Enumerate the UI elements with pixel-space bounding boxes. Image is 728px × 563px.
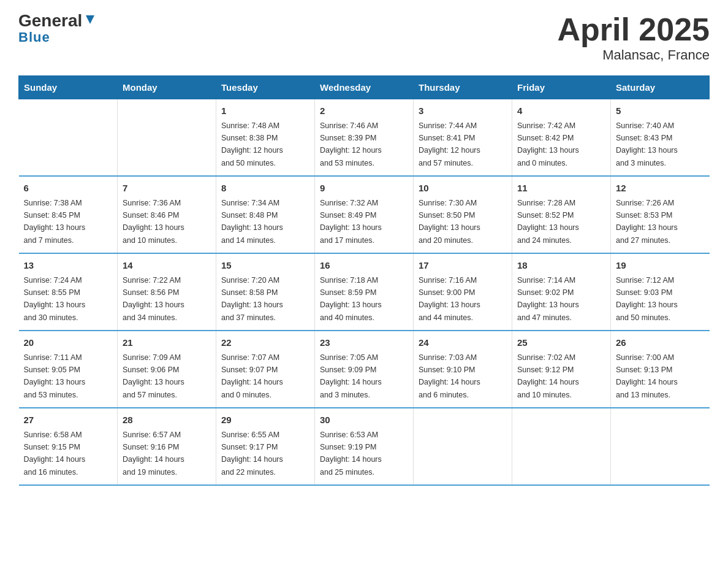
- table-row: [414, 408, 512, 485]
- table-row: 18 Sunrise: 7:14 AMSunset: 9:02 PMDaylig…: [512, 253, 611, 331]
- calendar-header-row: Sunday Monday Tuesday Wednesday Thursday…: [19, 76, 710, 99]
- day-number: 12: [616, 182, 705, 196]
- day-info: Sunrise: 7:40 AMSunset: 8:43 PMDaylight:…: [616, 121, 678, 167]
- day-info: Sunrise: 7:20 AMSunset: 8:58 PMDaylight:…: [221, 276, 283, 322]
- day-info: Sunrise: 7:22 AMSunset: 8:56 PMDaylight:…: [123, 276, 184, 322]
- day-number: 3: [419, 104, 507, 118]
- table-row: 13 Sunrise: 7:24 AMSunset: 8:55 PMDaylig…: [19, 253, 118, 331]
- table-row: 9 Sunrise: 7:32 AMSunset: 8:49 PMDayligh…: [315, 176, 414, 253]
- table-row: 23 Sunrise: 7:05 AMSunset: 9:09 PMDaylig…: [315, 331, 414, 408]
- day-number: 18: [517, 259, 605, 273]
- header-monday: Monday: [118, 76, 216, 99]
- day-number: 9: [320, 182, 408, 196]
- day-number: 14: [123, 259, 211, 273]
- day-info: Sunrise: 7:00 AMSunset: 9:13 PMDaylight:…: [616, 353, 678, 399]
- day-info: Sunrise: 7:34 AMSunset: 8:48 PMDaylight:…: [221, 199, 283, 245]
- day-info: Sunrise: 7:36 AMSunset: 8:46 PMDaylight:…: [123, 199, 184, 245]
- calendar-subtitle: Malansac, France: [557, 47, 710, 63]
- table-row: 5 Sunrise: 7:40 AMSunset: 8:43 PMDayligh…: [611, 99, 710, 177]
- header-sunday: Sunday: [19, 76, 118, 99]
- title-section: April 2025 Malansac, France: [557, 12, 710, 63]
- day-number: 5: [616, 104, 705, 118]
- table-row: 20 Sunrise: 7:11 AMSunset: 9:05 PMDaylig…: [19, 331, 118, 408]
- table-row: 6 Sunrise: 7:38 AMSunset: 8:45 PMDayligh…: [19, 176, 118, 253]
- day-number: 13: [24, 259, 113, 273]
- page-header: General Blue April 2025 Malansac, France: [18, 12, 710, 63]
- logo-triangle-icon: [83, 13, 97, 26]
- table-row: 7 Sunrise: 7:36 AMSunset: 8:46 PMDayligh…: [118, 176, 216, 253]
- day-info: Sunrise: 7:03 AMSunset: 9:10 PMDaylight:…: [419, 353, 480, 399]
- day-info: Sunrise: 7:14 AMSunset: 9:02 PMDaylight:…: [517, 276, 579, 322]
- header-tuesday: Tuesday: [216, 76, 315, 99]
- header-wednesday: Wednesday: [315, 76, 414, 99]
- table-row: 30 Sunrise: 6:53 AMSunset: 9:19 PMDaylig…: [315, 408, 414, 485]
- header-friday: Friday: [512, 76, 611, 99]
- day-info: Sunrise: 7:16 AMSunset: 9:00 PMDaylight:…: [419, 276, 480, 322]
- day-number: 17: [419, 259, 507, 273]
- calendar-title: April 2025: [557, 12, 710, 47]
- header-saturday: Saturday: [611, 76, 710, 99]
- table-row: 19 Sunrise: 7:12 AMSunset: 9:03 PMDaylig…: [611, 253, 710, 331]
- day-number: 30: [320, 413, 408, 427]
- header-thursday: Thursday: [414, 76, 512, 99]
- day-number: 7: [123, 182, 211, 196]
- table-row: 26 Sunrise: 7:00 AMSunset: 9:13 PMDaylig…: [611, 331, 710, 408]
- day-number: 16: [320, 259, 408, 273]
- day-info: Sunrise: 7:32 AMSunset: 8:49 PMDaylight:…: [320, 199, 382, 245]
- table-row: [611, 408, 710, 485]
- day-info: Sunrise: 7:28 AMSunset: 8:52 PMDaylight:…: [517, 199, 579, 245]
- svg-marker-0: [86, 15, 94, 24]
- day-number: 8: [221, 182, 309, 196]
- day-info: Sunrise: 7:02 AMSunset: 9:12 PMDaylight:…: [517, 353, 579, 399]
- day-info: Sunrise: 7:48 AMSunset: 8:38 PMDaylight:…: [221, 121, 283, 167]
- day-info: Sunrise: 7:05 AMSunset: 9:09 PMDaylight:…: [320, 353, 382, 399]
- table-row: 11 Sunrise: 7:28 AMSunset: 8:52 PMDaylig…: [512, 176, 611, 253]
- day-info: Sunrise: 6:55 AMSunset: 9:17 PMDaylight:…: [221, 431, 283, 477]
- day-number: 11: [517, 182, 605, 196]
- day-info: Sunrise: 7:42 AMSunset: 8:42 PMDaylight:…: [517, 121, 579, 167]
- table-row: 29 Sunrise: 6:55 AMSunset: 9:17 PMDaylig…: [216, 408, 315, 485]
- table-row: 21 Sunrise: 7:09 AMSunset: 9:06 PMDaylig…: [118, 331, 216, 408]
- table-row: 3 Sunrise: 7:44 AMSunset: 8:41 PMDayligh…: [414, 99, 512, 177]
- day-info: Sunrise: 7:30 AMSunset: 8:50 PMDaylight:…: [419, 199, 480, 245]
- table-row: 8 Sunrise: 7:34 AMSunset: 8:48 PMDayligh…: [216, 176, 315, 253]
- day-info: Sunrise: 7:38 AMSunset: 8:45 PMDaylight:…: [24, 199, 86, 245]
- day-number: 2: [320, 104, 408, 118]
- day-info: Sunrise: 6:58 AMSunset: 9:15 PMDaylight:…: [24, 431, 86, 477]
- table-row: [118, 99, 216, 177]
- day-number: 27: [24, 413, 113, 427]
- table-row: 4 Sunrise: 7:42 AMSunset: 8:42 PMDayligh…: [512, 99, 611, 177]
- day-number: 1: [221, 104, 309, 118]
- table-row: [512, 408, 611, 485]
- day-number: 4: [517, 104, 605, 118]
- table-row: 17 Sunrise: 7:16 AMSunset: 9:00 PMDaylig…: [414, 253, 512, 331]
- table-row: 1 Sunrise: 7:48 AMSunset: 8:38 PMDayligh…: [216, 99, 315, 177]
- day-number: 23: [320, 336, 408, 350]
- logo-blue: Blue: [18, 29, 50, 45]
- day-info: Sunrise: 7:24 AMSunset: 8:55 PMDaylight:…: [24, 276, 86, 322]
- logo-general: General: [18, 12, 82, 29]
- day-info: Sunrise: 6:57 AMSunset: 9:16 PMDaylight:…: [123, 431, 184, 477]
- day-info: Sunrise: 7:12 AMSunset: 9:03 PMDaylight:…: [616, 276, 678, 322]
- day-info: Sunrise: 7:46 AMSunset: 8:39 PMDaylight:…: [320, 121, 382, 167]
- logo: General Blue: [18, 12, 97, 45]
- table-row: 22 Sunrise: 7:07 AMSunset: 9:07 PMDaylig…: [216, 331, 315, 408]
- table-row: 28 Sunrise: 6:57 AMSunset: 9:16 PMDaylig…: [118, 408, 216, 485]
- day-info: Sunrise: 7:07 AMSunset: 9:07 PMDaylight:…: [221, 353, 283, 399]
- table-row: 15 Sunrise: 7:20 AMSunset: 8:58 PMDaylig…: [216, 253, 315, 331]
- day-number: 24: [419, 336, 507, 350]
- day-number: 22: [221, 336, 309, 350]
- table-row: 25 Sunrise: 7:02 AMSunset: 9:12 PMDaylig…: [512, 331, 611, 408]
- table-row: 24 Sunrise: 7:03 AMSunset: 9:10 PMDaylig…: [414, 331, 512, 408]
- day-info: Sunrise: 7:18 AMSunset: 8:59 PMDaylight:…: [320, 276, 382, 322]
- calendar-table: Sunday Monday Tuesday Wednesday Thursday…: [18, 75, 710, 486]
- day-number: 6: [24, 182, 113, 196]
- day-number: 19: [616, 259, 705, 273]
- calendar-week-row: 13 Sunrise: 7:24 AMSunset: 8:55 PMDaylig…: [19, 253, 710, 331]
- day-number: 21: [123, 336, 211, 350]
- day-number: 15: [221, 259, 309, 273]
- day-number: 10: [419, 182, 507, 196]
- day-number: 25: [517, 336, 605, 350]
- day-number: 20: [24, 336, 113, 350]
- table-row: 12 Sunrise: 7:26 AMSunset: 8:53 PMDaylig…: [611, 176, 710, 253]
